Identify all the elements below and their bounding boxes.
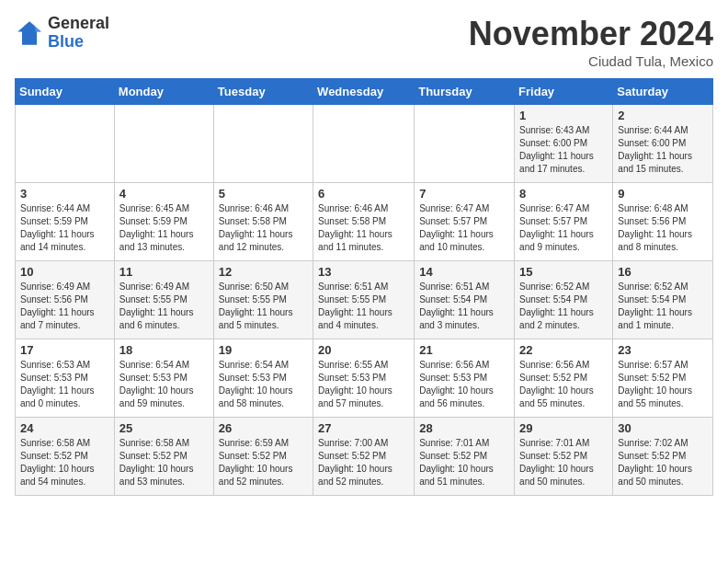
calendar-cell: 24Sunrise: 6:58 AM Sunset: 5:52 PM Dayli… [16, 418, 115, 496]
logo: General Blue [15, 15, 109, 52]
calendar-cell: 17Sunrise: 6:53 AM Sunset: 5:53 PM Dayli… [16, 339, 115, 418]
calendar-cell [213, 105, 313, 183]
day-info: Sunrise: 7:02 AM Sunset: 5:52 PM Dayligh… [618, 437, 708, 488]
day-info: Sunrise: 6:48 AM Sunset: 5:56 PM Dayligh… [618, 202, 708, 254]
calendar-cell: 2Sunrise: 6:44 AM Sunset: 6:00 PM Daylig… [613, 105, 713, 183]
day-info: Sunrise: 7:00 AM Sunset: 5:52 PM Dayligh… [318, 437, 409, 488]
day-info: Sunrise: 6:56 AM Sunset: 5:52 PM Dayligh… [519, 359, 608, 410]
calendar-cell: 5Sunrise: 6:46 AM Sunset: 5:58 PM Daylig… [213, 183, 313, 261]
day-number: 3 [20, 187, 109, 201]
day-number: 28 [419, 421, 509, 435]
title-block: November 2024 Ciudad Tula, Mexico [469, 15, 713, 69]
day-number: 7 [419, 187, 509, 201]
calendar-cell: 18Sunrise: 6:54 AM Sunset: 5:53 PM Dayli… [114, 339, 213, 418]
day-number: 22 [519, 343, 608, 357]
day-number: 8 [519, 187, 608, 201]
calendar-cell: 29Sunrise: 7:01 AM Sunset: 5:52 PM Dayli… [515, 418, 613, 496]
day-info: Sunrise: 6:55 AM Sunset: 5:53 PM Dayligh… [318, 359, 409, 410]
calendar-cell: 13Sunrise: 6:51 AM Sunset: 5:55 PM Dayli… [313, 261, 415, 339]
day-number: 14 [419, 265, 509, 279]
day-info: Sunrise: 6:46 AM Sunset: 5:58 PM Dayligh… [318, 202, 409, 254]
day-info: Sunrise: 6:50 AM Sunset: 5:55 PM Dayligh… [219, 281, 308, 332]
calendar-cell: 16Sunrise: 6:52 AM Sunset: 5:54 PM Dayli… [613, 261, 713, 339]
day-info: Sunrise: 6:49 AM Sunset: 5:55 PM Dayligh… [119, 281, 209, 332]
calendar-table: SundayMondayTuesdayWednesdayThursdayFrid… [15, 78, 713, 496]
day-number: 25 [119, 421, 209, 435]
weekday-header-thursday: Thursday [415, 79, 515, 105]
calendar-cell: 26Sunrise: 6:59 AM Sunset: 5:52 PM Dayli… [213, 418, 313, 496]
day-info: Sunrise: 6:51 AM Sunset: 5:55 PM Dayligh… [318, 281, 409, 332]
logo-text: General Blue [48, 15, 109, 52]
day-number: 2 [618, 109, 708, 122]
day-number: 18 [119, 343, 209, 357]
day-info: Sunrise: 6:53 AM Sunset: 5:53 PM Dayligh… [20, 359, 109, 410]
calendar-cell: 10Sunrise: 6:49 AM Sunset: 5:56 PM Dayli… [16, 261, 115, 339]
day-info: Sunrise: 6:47 AM Sunset: 5:57 PM Dayligh… [419, 202, 509, 254]
calendar-week-row: 10Sunrise: 6:49 AM Sunset: 5:56 PM Dayli… [16, 261, 713, 339]
day-number: 16 [618, 265, 708, 279]
calendar-cell: 1Sunrise: 6:43 AM Sunset: 6:00 PM Daylig… [515, 105, 613, 183]
day-number: 5 [219, 187, 308, 201]
calendar-cell: 8Sunrise: 6:47 AM Sunset: 5:57 PM Daylig… [515, 183, 613, 261]
day-info: Sunrise: 7:01 AM Sunset: 5:52 PM Dayligh… [419, 437, 509, 488]
calendar-week-row: 1Sunrise: 6:43 AM Sunset: 6:00 PM Daylig… [16, 105, 713, 183]
weekday-header-tuesday: Tuesday [213, 79, 313, 105]
day-info: Sunrise: 7:01 AM Sunset: 5:52 PM Dayligh… [519, 437, 608, 488]
calendar-cell: 21Sunrise: 6:56 AM Sunset: 5:53 PM Dayli… [415, 339, 515, 418]
calendar-cell [114, 105, 213, 183]
day-number: 13 [318, 265, 409, 279]
day-info: Sunrise: 6:56 AM Sunset: 5:53 PM Dayligh… [419, 359, 509, 410]
day-info: Sunrise: 6:58 AM Sunset: 5:52 PM Dayligh… [20, 437, 109, 488]
calendar-cell [415, 105, 515, 183]
month-title: November 2024 [469, 15, 713, 53]
logo-general-text: General [48, 15, 109, 33]
svg-marker-0 [17, 21, 41, 45]
day-number: 1 [519, 109, 608, 122]
calendar-cell: 30Sunrise: 7:02 AM Sunset: 5:52 PM Dayli… [613, 418, 713, 496]
day-info: Sunrise: 6:54 AM Sunset: 5:53 PM Dayligh… [119, 359, 209, 410]
day-info: Sunrise: 6:46 AM Sunset: 5:58 PM Dayligh… [219, 202, 308, 254]
weekday-header-wednesday: Wednesday [313, 79, 415, 105]
weekday-header-saturday: Saturday [613, 79, 713, 105]
calendar-cell: 14Sunrise: 6:51 AM Sunset: 5:54 PM Dayli… [415, 261, 515, 339]
day-info: Sunrise: 6:49 AM Sunset: 5:56 PM Dayligh… [20, 281, 109, 332]
day-number: 21 [419, 343, 509, 357]
day-number: 27 [318, 421, 409, 435]
calendar-cell: 15Sunrise: 6:52 AM Sunset: 5:54 PM Dayli… [515, 261, 613, 339]
calendar-cell [313, 105, 415, 183]
calendar-cell: 28Sunrise: 7:01 AM Sunset: 5:52 PM Dayli… [415, 418, 515, 496]
day-info: Sunrise: 6:51 AM Sunset: 5:54 PM Dayligh… [419, 281, 509, 332]
calendar-cell: 20Sunrise: 6:55 AM Sunset: 5:53 PM Dayli… [313, 339, 415, 418]
day-info: Sunrise: 6:58 AM Sunset: 5:52 PM Dayligh… [119, 437, 209, 488]
day-number: 4 [119, 187, 209, 201]
day-info: Sunrise: 6:52 AM Sunset: 5:54 PM Dayligh… [519, 281, 608, 332]
day-number: 6 [318, 187, 409, 201]
day-number: 15 [519, 265, 608, 279]
page-header: General Blue November 2024 Ciudad Tula, … [15, 15, 713, 69]
calendar-cell: 22Sunrise: 6:56 AM Sunset: 5:52 PM Dayli… [515, 339, 613, 418]
weekday-header-monday: Monday [114, 79, 213, 105]
day-number: 12 [219, 265, 308, 279]
day-number: 20 [318, 343, 409, 357]
calendar-cell [16, 105, 115, 183]
day-number: 23 [618, 343, 708, 357]
logo-icon [15, 18, 44, 48]
day-info: Sunrise: 6:44 AM Sunset: 6:00 PM Dayligh… [618, 124, 708, 176]
calendar-cell: 23Sunrise: 6:57 AM Sunset: 5:52 PM Dayli… [613, 339, 713, 418]
day-number: 19 [219, 343, 308, 357]
calendar-week-row: 3Sunrise: 6:44 AM Sunset: 5:59 PM Daylig… [16, 183, 713, 261]
calendar-cell: 11Sunrise: 6:49 AM Sunset: 5:55 PM Dayli… [114, 261, 213, 339]
calendar-week-row: 17Sunrise: 6:53 AM Sunset: 5:53 PM Dayli… [16, 339, 713, 418]
day-number: 24 [20, 421, 109, 435]
calendar-cell: 4Sunrise: 6:45 AM Sunset: 5:59 PM Daylig… [114, 183, 213, 261]
calendar-cell: 9Sunrise: 6:48 AM Sunset: 5:56 PM Daylig… [613, 183, 713, 261]
calendar-cell: 19Sunrise: 6:54 AM Sunset: 5:53 PM Dayli… [213, 339, 313, 418]
calendar-cell: 12Sunrise: 6:50 AM Sunset: 5:55 PM Dayli… [213, 261, 313, 339]
day-number: 11 [119, 265, 209, 279]
weekday-header-row: SundayMondayTuesdayWednesdayThursdayFrid… [16, 79, 713, 105]
day-info: Sunrise: 6:54 AM Sunset: 5:53 PM Dayligh… [219, 359, 308, 410]
day-info: Sunrise: 6:57 AM Sunset: 5:52 PM Dayligh… [618, 359, 708, 410]
calendar-cell: 27Sunrise: 7:00 AM Sunset: 5:52 PM Dayli… [313, 418, 415, 496]
day-info: Sunrise: 6:45 AM Sunset: 5:59 PM Dayligh… [119, 202, 209, 254]
weekday-header-sunday: Sunday [16, 79, 115, 105]
